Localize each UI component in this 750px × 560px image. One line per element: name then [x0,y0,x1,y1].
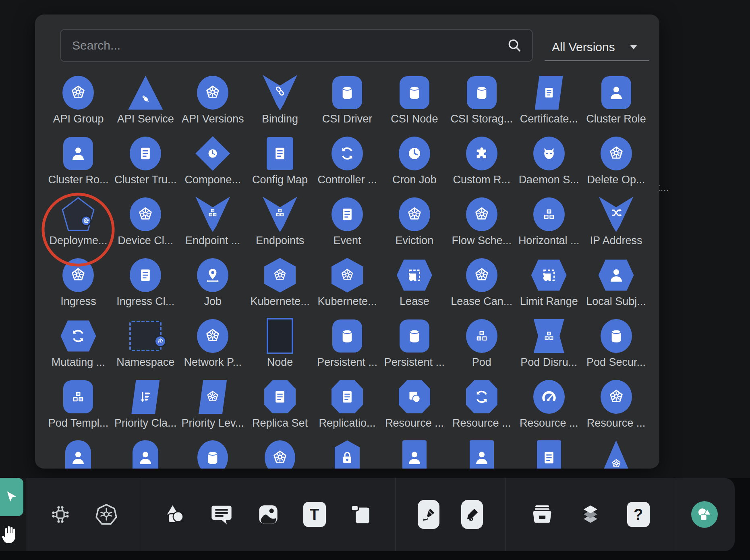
k8s-resource-tile[interactable]: Resource ... [448,379,515,440]
csi-node-icon [400,76,429,109]
shapes-icon [163,503,186,526]
k8s-resource-tile[interactable]: CSI Storag... [448,75,515,136]
pod-icon [466,319,497,353]
toolbar-group: T [140,478,395,551]
k8s-resource-tile[interactable] [179,440,247,469]
lease-can-icon [466,258,497,292]
k8s-resource-tile[interactable]: API Versions [179,75,247,136]
k8s-resource-tile[interactable]: Kubernete... [247,257,314,318]
k8s-resource-tile[interactable] [381,440,448,469]
bottom-toolbar: T? [0,478,735,551]
select-tool[interactable] [0,478,23,516]
kubernetes-icon [95,503,118,526]
k8s-resource-tile[interactable]: Delete Op... [582,136,650,197]
k8s-resource-tile[interactable]: Ingress Cl... [112,257,179,318]
k8s-resource-tile[interactable] [247,440,314,469]
k8s-resource-tile[interactable]: Pod Templ... [45,379,112,440]
api-group-icon [62,76,94,110]
k8s-resource-label: Ingress Cl... [116,295,174,308]
k8s-resource-tile[interactable]: Namespace [112,318,179,379]
k8s-resource-tile[interactable]: Local Subj... [582,257,650,318]
k8s-resource-tile[interactable]: Priority Lev... [179,379,247,440]
k8s-resource-tile[interactable]: Binding [247,75,314,136]
k8s-resource-label: Cron Job [392,174,437,186]
k8s-resource-tile[interactable] [515,440,582,469]
k8s-resource-label: Mutating ... [52,356,106,369]
k8s-resource-tile[interactable]: Pod [448,318,515,379]
k8s-resource-tile[interactable]: Replica Set [247,379,314,440]
pen-tool[interactable] [418,500,439,529]
hand-tool[interactable] [1,522,22,545]
k8s-resource-label: Lease [400,295,429,308]
k8s-resource-label: Compone... [184,174,241,186]
k8s-resource-tile[interactable]: API Group [45,75,112,136]
pencil-tool[interactable] [461,500,483,529]
kubernetes-library-tool[interactable] [94,502,118,527]
k8s-resource-tile[interactable]: IP Address [582,197,650,257]
version-filter-dropdown[interactable]: All Versions [545,34,649,61]
k8s-resource-tile[interactable]: Device Cl... [112,197,179,257]
k8s-resource-tile[interactable] [45,440,112,469]
k8s-resource-tile[interactable]: Daemon S... [515,136,582,197]
k8s-resource-tile[interactable]: Deployme... [45,197,112,257]
k8s-resource-tile[interactable]: Kubernete... [314,257,381,318]
k8s-resource-tile[interactable]: Resource ... [515,379,582,440]
k8s-resource-tile[interactable]: Persistent ... [314,318,381,379]
k8s-resource-label: Job [204,295,222,308]
comment-tool[interactable] [209,502,234,527]
k8s-resource-tile[interactable]: Horizontal ... [515,197,582,257]
k8s-resource-tile[interactable]: Cluster Role [582,75,650,136]
archive-tool[interactable] [530,502,554,527]
image-tool[interactable] [256,502,280,527]
k8s-resource-tile[interactable]: Job [179,257,247,318]
k8s-resource-tile[interactable]: Cluster Tru... [112,136,179,197]
k8s-resource-tile[interactable]: Lease [381,257,448,318]
k8s-resource-tile[interactable]: Node [247,318,314,379]
k8s-resource-tile[interactable]: Certificate... [515,75,582,136]
k8s-resource-tile[interactable]: API Service [112,75,179,136]
library-button[interactable] [691,501,718,528]
k8s-resource-tile[interactable]: Persistent ... [381,318,448,379]
k8s-resource-tile[interactable]: Limit Range [515,257,582,318]
k8s-resource-tile[interactable]: Replicatio... [314,379,381,440]
search-input[interactable] [61,39,506,52]
k8s-resource-tile[interactable]: Resource ... [582,379,650,440]
k8s-resource-tile[interactable]: CSI Node [381,75,448,136]
k8s-resource-tile[interactable]: Cluster Ro... [45,136,112,197]
k8s-resource-tile[interactable]: Endpoints [247,197,314,257]
k8s-resource-tile[interactable] [448,440,515,469]
k8s-resource-tile[interactable]: Custom R... [448,136,515,197]
k8s-resource-tile[interactable]: Event [314,197,381,257]
k8s-resource-tile[interactable]: Config Map [247,136,314,197]
k8s-resource-tile[interactable]: Controller ... [314,136,381,197]
k8s-resource-label: Lease Can... [451,295,512,308]
csi-driver-icon [332,76,362,109]
k8s-resource-tile[interactable]: CSI Driver [314,75,381,136]
k8s-resource-tile[interactable]: Mutating ... [45,318,112,379]
layers-tool[interactable] [578,502,603,527]
k8s-resource-label: Cluster Ro... [48,174,108,186]
cluster-tru-icon [130,137,161,170]
k8s-resource-tile[interactable] [314,440,381,469]
text-tool[interactable]: T [303,502,326,527]
diagram-tool[interactable] [48,502,73,527]
k8s-resource-tile[interactable]: Resource ... [381,379,448,440]
k8s-resource-tile[interactable]: Flow Sche... [448,197,515,257]
k8s-resource-tile[interactable]: Pod Disru... [515,318,582,379]
k8s-resource-tile[interactable] [112,440,179,469]
help-button[interactable]: ? [627,502,650,527]
k8s-resource-tile[interactable]: Compone... [179,136,247,197]
k8s-resource-tile[interactable]: Ingress [45,257,112,318]
shapes-tool[interactable] [163,502,187,527]
k8s-resource-tile[interactable]: Priority Cla... [112,379,179,440]
endpoint-icon [195,197,230,232]
k8s-resource-tile[interactable]: Network P... [179,318,247,379]
k8s-resource-tile[interactable]: Cron Job [381,136,448,197]
api-versions-icon [197,76,228,110]
k8s-resource-tile[interactable]: Pod Secur... [582,318,650,379]
k8s-resource-tile[interactable] [582,440,650,469]
k8s-resource-tile[interactable]: Endpoint ... [179,197,247,257]
k8s-resource-tile[interactable]: Lease Can... [448,257,515,318]
k8s-resource-tile[interactable]: Eviction [381,197,448,257]
note-tool[interactable] [348,502,373,527]
